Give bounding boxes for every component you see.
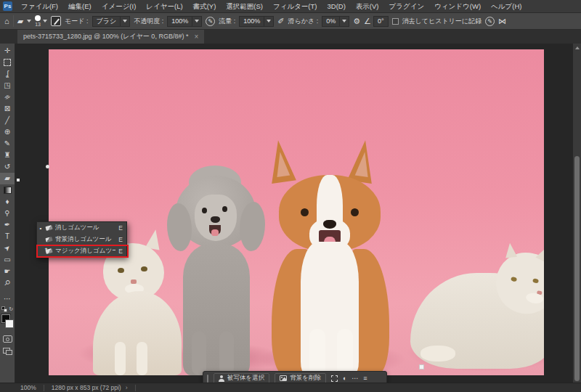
menu-layer[interactable]: レイヤー(L) <box>141 0 187 12</box>
path-selection-tool[interactable]: ➤ <box>0 242 15 254</box>
menu-type[interactable]: 書式(Y) <box>188 0 222 12</box>
pressure-opacity-icon[interactable]: ✎ <box>206 17 215 26</box>
menu-select[interactable]: 選択範囲(S) <box>221 0 268 12</box>
flyout-item-magic-eraser[interactable]: ✦ マジック消しゴムツール E <box>37 245 126 257</box>
hand-tool[interactable]: ☛ <box>0 266 15 277</box>
mode-value: ブラシ <box>93 17 121 26</box>
zoom-tool[interactable]: ⚲ <box>0 277 15 289</box>
photoshop-logo-icon: Ps <box>3 1 12 11</box>
eraser-tool-selected[interactable]: ▰ <box>0 173 15 184</box>
eyedropper-tool[interactable]: ╱ <box>0 115 15 126</box>
spot-healing-brush-tool[interactable]: ⊕ <box>0 126 15 138</box>
shape-tool[interactable]: ▭ <box>0 254 15 266</box>
color-swatches <box>0 314 15 332</box>
angle-input[interactable]: 0° <box>373 16 389 27</box>
airbrush-icon[interactable]: ✐ <box>277 17 284 25</box>
home-icon[interactable]: ⌂ <box>4 17 9 25</box>
menu-plugins[interactable]: プラグイン <box>384 0 430 12</box>
close-icon[interactable]: × <box>194 33 198 41</box>
menu-bar: Ps ファイル(F) 編集(E) イメージ(I) レイヤー(L) 書式(Y) 選… <box>0 0 581 12</box>
document-tab[interactable]: pets-3715733_1280.jpg @ 100% (レイヤー 0, RG… <box>17 30 204 44</box>
zoom-level-field[interactable]: 100% <box>20 384 36 391</box>
divider <box>135 385 136 391</box>
canvas-area[interactable]: • 消しゴムツール E 背景消しゴムツール E ✦ マジック消しゴムツール E <box>15 44 573 383</box>
document-title: pets-3715733_1280.jpg @ 100% (レイヤー 0, RG… <box>23 32 188 41</box>
menu-image[interactable]: イメージ(I) <box>97 0 142 12</box>
brush-size-picker[interactable]: 13 <box>35 15 47 27</box>
background-color-swatch[interactable] <box>5 319 14 328</box>
opacity-label: 不透明度 : <box>134 17 163 26</box>
toggle-brush-panel-icon[interactable] <box>51 16 61 26</box>
lasso-tool[interactable]: ʆ <box>0 68 15 80</box>
edit-toolbar-button[interactable]: ⋯ <box>0 293 15 305</box>
properties-sliders-icon[interactable]: ≡ <box>363 375 367 382</box>
chevron-down-icon[interactable] <box>43 20 47 23</box>
flyout-item-background-eraser[interactable]: 背景消しゴムツール E <box>37 234 126 245</box>
dodge-tool[interactable]: ⚲ <box>0 208 15 219</box>
contextual-task-bar: 被写体を選択 背景を削除 ◐ ⋯ ≡ <box>203 371 387 383</box>
brush-tool[interactable]: ✎ <box>0 138 15 150</box>
smoothing-select[interactable]: 0% <box>322 16 349 27</box>
smoothing-value: 0% <box>322 17 339 25</box>
menu-3d[interactable]: 3D(D) <box>322 0 351 12</box>
type-tool[interactable]: T <box>0 231 15 242</box>
photo-pets <box>49 49 544 375</box>
mode-select[interactable]: ブラシ <box>92 16 131 27</box>
background-eraser-icon <box>45 237 52 242</box>
flyout-anchor-dot <box>17 179 20 181</box>
default-colors-icon[interactable] <box>1 306 7 312</box>
symmetry-butterfly-icon[interactable]: ⋈ <box>498 17 506 25</box>
status-chevron-icon[interactable]: › <box>126 384 128 391</box>
pressure-size-icon[interactable]: ✎ <box>485 17 495 26</box>
menu-file[interactable]: ファイル(F) <box>16 0 63 12</box>
object-selection-tool[interactable]: ◳ <box>0 80 15 91</box>
status-bar: 100% 1280 px x 853 px (72 ppi) › <box>0 383 581 392</box>
erase-to-history-checkbox[interactable] <box>392 18 399 25</box>
eraser-icon <box>45 225 52 231</box>
smoothing-label: 滑らかさ : <box>288 17 319 26</box>
select-subject-button[interactable]: 被写体を選択 <box>214 373 269 383</box>
drag-handle[interactable] <box>207 375 208 383</box>
menu-view[interactable]: 表示(V) <box>351 0 384 12</box>
remove-background-button[interactable]: 背景を削除 <box>275 373 326 383</box>
vertical-scrollbar[interactable] <box>573 44 581 383</box>
menu-edit[interactable]: 編集(E) <box>63 0 97 12</box>
gradient-tool[interactable] <box>0 184 15 196</box>
scrollbar-thumb[interactable] <box>574 156 580 381</box>
flow-select[interactable]: 100% <box>239 16 274 27</box>
scroll-up-arrow-icon[interactable] <box>575 46 580 49</box>
flow-value: 100% <box>240 17 264 25</box>
person-icon <box>219 375 224 382</box>
transform-icon[interactable] <box>331 375 338 382</box>
more-options-icon[interactable]: ⋯ <box>352 375 358 382</box>
history-brush-tool[interactable]: ↺ <box>0 161 15 173</box>
document-dimensions: 1280 px x 853 px (72 ppi) <box>52 384 121 391</box>
rectangular-marquee-tool[interactable] <box>0 57 15 68</box>
gradient-icon <box>4 187 12 194</box>
menu-filter[interactable]: フィルター(T) <box>268 0 322 12</box>
tools-panel: ✛ ʆ ◳ # ⊠ ╱ ⊕ ✎ ♜ ↺ ▰ ♦ ⚲ ✒ T ➤ ▭ ☛ ⚲ ⋯ … <box>0 44 15 383</box>
eraser-preset-icon[interactable]: ▰ <box>17 17 23 25</box>
clone-stamp-tool[interactable]: ♜ <box>0 150 15 161</box>
screen-mode-button[interactable] <box>3 348 12 355</box>
angle-icon: ∠ <box>364 17 371 25</box>
corgi-body <box>272 242 388 375</box>
move-tool[interactable]: ✛ <box>0 45 15 57</box>
opacity-select[interactable]: 100% <box>167 16 202 27</box>
blur-tool[interactable]: ♦ <box>0 196 15 208</box>
chevron-down-icon[interactable] <box>27 20 31 23</box>
flyout-item-eraser[interactable]: • 消しゴムツール E <box>37 222 126 234</box>
tool-indicator-dot <box>46 165 49 168</box>
menu-window[interactable]: ウィンドウ(W) <box>429 0 486 12</box>
quick-mask-button[interactable] <box>3 335 12 343</box>
swap-colors-icon[interactable]: ↻ <box>9 306 13 312</box>
poodle-leg <box>219 331 234 375</box>
crop-tool[interactable]: # <box>0 91 15 103</box>
menu-help[interactable]: ヘルプ(H) <box>486 0 527 12</box>
divider <box>13 15 14 27</box>
frame-tool[interactable]: ⊠ <box>0 103 15 115</box>
adjustment-icon[interactable]: ◐ <box>343 375 346 382</box>
pen-tool[interactable]: ✒ <box>0 219 15 231</box>
photo-poodle <box>167 166 265 375</box>
gear-icon[interactable]: ⚙ <box>353 17 360 25</box>
